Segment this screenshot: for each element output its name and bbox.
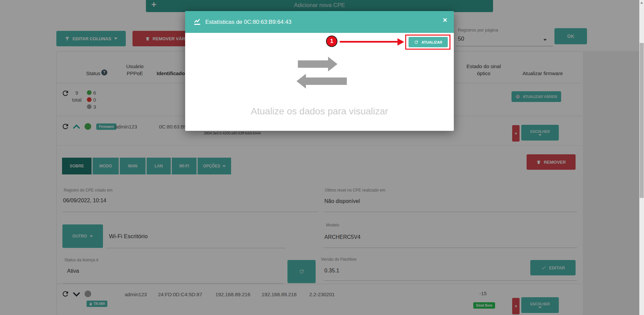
- unknown-count: 3: [93, 104, 96, 110]
- annotation-arrow-shaft: [340, 41, 397, 43]
- add-cpe-bar[interactable]: + Adicionar nova CPE: [146, 0, 493, 12]
- annotation-step-circle: 1: [326, 36, 337, 47]
- outro-label: OUTRO: [72, 234, 87, 239]
- lock-icon: [89, 302, 92, 306]
- field-underline: [324, 212, 577, 212]
- row-pppoe-user: admin123: [125, 292, 147, 297]
- edit-columns-button[interactable]: EDITAR COLUNAS: [56, 31, 126, 46]
- modal-empty-message: Atualize os dados para visualizar: [185, 106, 454, 117]
- chevron-down-icon: [538, 134, 542, 136]
- col-optical-1: Estado do sinal: [467, 63, 501, 69]
- choose-label: ESCOLHER: [530, 129, 550, 134]
- tab-lan[interactable]: LAN: [147, 158, 171, 174]
- edit-columns-label: EDITAR COLUNAS: [72, 36, 111, 41]
- divider: [57, 145, 583, 146]
- firmware-badge: Firmware: [96, 123, 116, 130]
- status-dot-online: [85, 123, 91, 130]
- online-count: 6: [93, 90, 96, 96]
- chevron-down-icon: [222, 165, 226, 167]
- chevron-down-icon: [90, 235, 93, 237]
- row-identifier: 24:FD:0D:C4:5D:87: [158, 292, 202, 297]
- tab-modo[interactable]: MODO: [93, 158, 119, 174]
- offline-count: 0: [93, 97, 96, 103]
- trash-icon: [536, 160, 541, 165]
- records-per-page-value: 50: [458, 36, 464, 42]
- tab-label: WAN: [128, 164, 138, 168]
- records-per-page-select[interactable]: 50: [458, 36, 553, 46]
- statistics-modal: Estatísticas de 0C:80:63:B9:64:43 × ATUA…: [185, 11, 454, 131]
- col-pppoe-2: PPPoE: [127, 70, 143, 76]
- scrollbar-thumb[interactable]: [640, 43, 644, 198]
- status-dot-unknown: [85, 291, 91, 297]
- col-identifier: Identificador: [157, 70, 187, 76]
- row-choose-button[interactable]: ESCOLHER: [521, 297, 559, 313]
- row-pppoe-user: admin123: [115, 124, 137, 129]
- tab-opcoes[interactable]: OPÇÕES: [198, 158, 231, 174]
- tab-wan[interactable]: WAN: [120, 158, 146, 174]
- col-optical-2: óptico: [477, 70, 490, 76]
- records-per-page-label: Registros por página: [458, 28, 498, 33]
- created-label: Registro do CPE criado em: [64, 188, 112, 193]
- chart-icon: [193, 18, 201, 26]
- collapse-chevron-up-icon[interactable]: [73, 123, 80, 131]
- browser-scrollbar[interactable]: [639, 0, 644, 315]
- created-value: 06/09/2022, 10:14: [63, 198, 106, 204]
- firmware-badge-label: Firmware: [99, 125, 114, 128]
- field-underline: [324, 280, 577, 281]
- filter-icon: [65, 36, 70, 41]
- refresh-row-icon[interactable]: [61, 122, 69, 132]
- check-icon: [541, 265, 546, 270]
- close-icon[interactable]: ×: [443, 16, 447, 24]
- page-right-margin: [583, 51, 639, 315]
- tr069-label: TR-069: [94, 302, 105, 306]
- records-underline: [456, 46, 553, 46]
- reset-label: Último reset no CPE realizado em: [325, 188, 385, 193]
- online-dot: [87, 90, 92, 95]
- chevron-down-icon: [114, 38, 117, 40]
- expand-chevron-down-icon[interactable]: [73, 292, 80, 299]
- tab-label: WI-FI: [179, 164, 189, 168]
- field-underline: [63, 283, 283, 283]
- wifi-name-value[interactable]: Wi-Fi Escritório: [109, 233, 148, 240]
- remove-cpe-button[interactable]: REMOVER: [527, 154, 576, 170]
- col-pppoe-1: Usuário: [126, 63, 144, 69]
- edit-cpe-button[interactable]: EDITAR: [530, 260, 576, 275]
- modal-header: Estatísticas de 0C:80:63:B9:64:43 ×: [185, 11, 454, 33]
- help-icon[interactable]: ?: [101, 69, 107, 75]
- field-underline: [324, 248, 577, 248]
- total-count: 9: [75, 90, 78, 96]
- edit-cpe-label: EDITAR: [549, 265, 565, 270]
- select-caret-icon: [543, 39, 547, 41]
- license-value: Ativa: [67, 268, 79, 274]
- tab-label: OPÇÕES: [203, 164, 220, 168]
- chevron-down-icon: [538, 307, 542, 308]
- offline-dot: [87, 97, 92, 102]
- refresh-row-icon[interactable]: [61, 290, 69, 299]
- ok-button[interactable]: OK: [554, 28, 587, 44]
- row-choose-button[interactable]: ESCOLHER: [521, 125, 559, 141]
- model-label: Modelo: [326, 223, 339, 227]
- field-underline: [63, 212, 319, 212]
- model-value: ARCHERC5V4: [324, 234, 361, 240]
- choose-label: ESCOLHER: [530, 302, 550, 306]
- license-label: Status da licença é: [64, 258, 98, 262]
- row-identifier: 0C:80:63:B9:: [159, 124, 189, 129]
- annotation-step-number: 1: [330, 38, 333, 45]
- tr069-badge: TR-069: [87, 301, 107, 307]
- scrollbar-up-arrow[interactable]: [640, 2, 643, 4]
- tab-sobre[interactable]: SOBRE: [62, 158, 92, 174]
- tab-label: SOBRE: [70, 164, 84, 168]
- signal-badge: Sinal Bom: [473, 302, 495, 309]
- tab-wifi[interactable]: WI-FI: [172, 158, 197, 174]
- modal-title: Estatísticas de 0C:80:63:B9:64:43: [205, 19, 291, 25]
- annotation-highlight-box: [405, 35, 450, 50]
- refresh-all-icon[interactable]: [61, 89, 69, 99]
- row-ip-lan: 192.168.89.216: [215, 292, 250, 297]
- row-remove-x-button[interactable]: ×: [512, 125, 520, 142]
- row-remove-x-button[interactable]: ×: [512, 298, 520, 314]
- clock-icon: [516, 94, 520, 99]
- license-refresh-button[interactable]: [287, 260, 316, 283]
- update-multiple-button[interactable]: ATUALIZAR VÁRIOS: [512, 91, 561, 102]
- col-status: Status: [86, 70, 101, 76]
- outro-dropdown-button[interactable]: OUTRO: [62, 224, 103, 248]
